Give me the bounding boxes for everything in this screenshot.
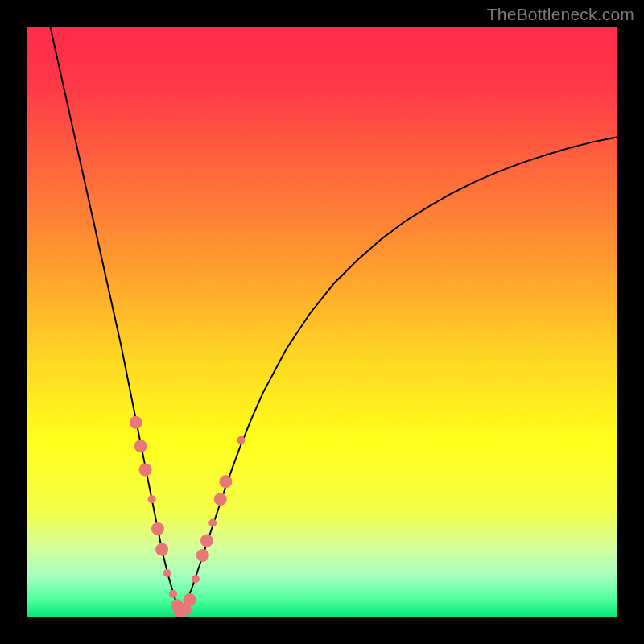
data-marker [151,522,164,535]
data-marker [214,493,227,506]
data-marker [155,543,168,556]
data-marker [184,593,196,606]
data-marker [163,569,171,577]
data-marker [148,495,156,503]
data-marker [134,440,147,452]
data-marker [196,549,209,562]
data-marker [237,436,245,444]
data-marker [219,475,232,488]
data-marker [208,519,217,527]
data-marker [192,575,200,583]
chart-svg [27,27,617,617]
data-marker [139,464,152,477]
chart-frame: TheBottleneck.com [0,0,644,644]
data-marker [130,416,142,429]
plot-area [27,27,617,617]
watermark-text: TheBottleneck.com [487,5,634,24]
data-marker [169,590,177,598]
data-marker [200,535,213,547]
